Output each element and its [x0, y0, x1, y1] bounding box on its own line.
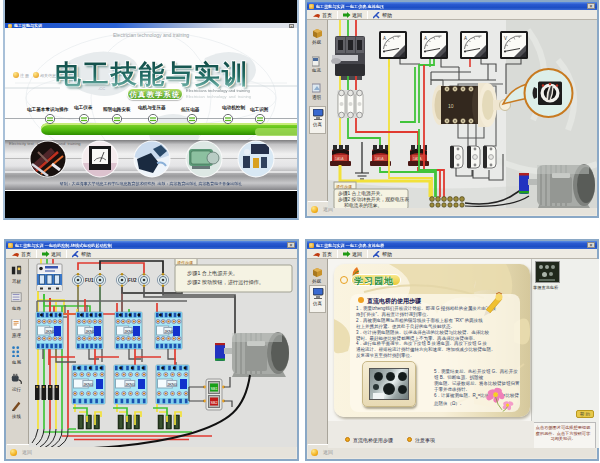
- svg-text:步骤1 合上电源开关。: 步骤1 合上电源开关。: [338, 190, 385, 197]
- svg-text:操作步骤: 操作步骤: [336, 184, 352, 189]
- svg-text:JKN0: JKN0: [125, 382, 136, 387]
- svg-text:A: A: [424, 36, 427, 41]
- svg-text:操作步骤: 操作步骤: [177, 260, 193, 265]
- svg-text:1A5A: 1A5A: [375, 157, 384, 161]
- svg-text:和电流表的现象。: 和电流表的现象。: [344, 202, 382, 208]
- svg-text:FU1: FU1: [85, 278, 94, 283]
- svg-text:JKN0: JKN0: [83, 382, 94, 387]
- svg-text:FU2: FU2: [128, 278, 137, 283]
- svg-text:JKN0: JKN0: [167, 382, 178, 387]
- svg-text:A: A: [464, 36, 467, 41]
- svg-text:步骤2 按动按钮，进行运行操作。: 步骤2 按动按钮，进行运行操作。: [187, 279, 264, 286]
- svg-text:SB2: SB2: [211, 401, 218, 405]
- svg-text:10: 10: [448, 103, 454, 109]
- svg-text:步骤1 合上电源开关。: 步骤1 合上电源开关。: [187, 270, 238, 277]
- svg-text:SB1: SB1: [211, 387, 218, 391]
- svg-text:A: A: [383, 36, 386, 41]
- svg-text:1A5A: 1A5A: [335, 157, 344, 161]
- svg-text:1A5A: 1A5A: [413, 157, 422, 161]
- svg-text:步骤2 按动转换开关，观察电压表: 步骤2 按动转换开关，观察电压表: [338, 196, 409, 203]
- svg-text:V: V: [504, 36, 507, 41]
